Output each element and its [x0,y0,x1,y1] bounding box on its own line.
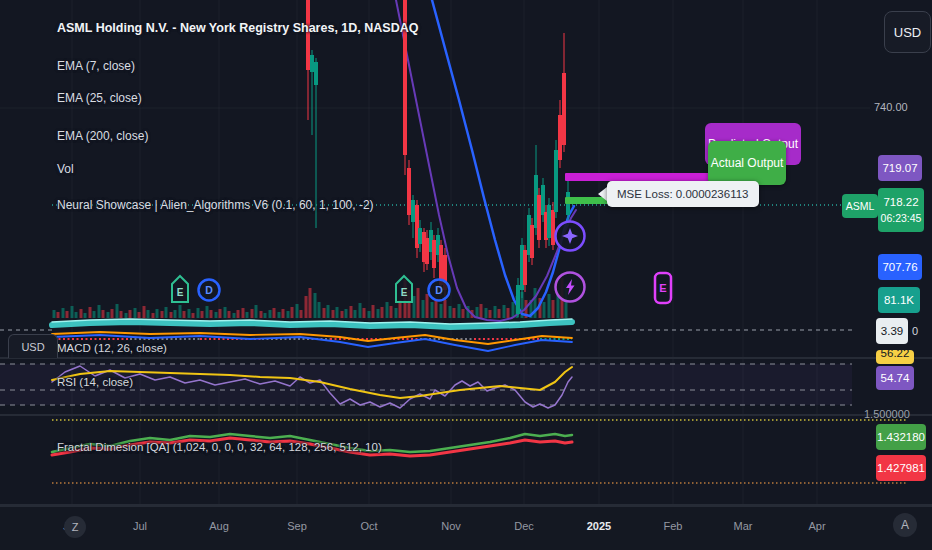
volume-bar [494,306,497,318]
fractal-pane-label[interactable]: Fractal Dimesion [QA] (1,024, 0, 0, 0, 3… [57,441,382,453]
volume-bar [300,310,303,318]
volume-bar [255,305,258,318]
volume-bar [390,306,393,318]
volume-bar [489,310,492,318]
volume-bar [215,312,218,318]
volume-bar [192,313,195,318]
volume-bar [273,308,276,318]
left-scale-currency-tab[interactable]: USD [8,334,58,358]
legend-ema200[interactable]: EMA (200, close) [57,129,148,143]
volume-bar [219,309,222,318]
time-axis[interactable]: JunJulAugSepOctNovDec2025FebMarApr Z A [0,506,932,550]
predicted-output-band [565,173,713,181]
mse-loss-tooltip: MSE Loss: 0.0000236113 [607,181,759,207]
volume-bar [71,306,74,318]
candle-body [407,168,411,215]
macd-pane-label[interactable]: MACD (12, 26, close) [57,342,167,354]
volume-bar [363,308,366,318]
time-axis-label: Dec [502,520,546,532]
pane-separator[interactable] [0,414,932,416]
volume-bar [147,310,150,318]
volume-bar [174,310,177,318]
time-axis-label: 2025 [577,520,621,532]
volume-bar [503,305,506,318]
legend-vol[interactable]: Vol [57,162,74,176]
chart-canvas[interactable]: EDEDE [0,0,932,550]
volume-bar [93,311,96,318]
volume-bar [395,308,398,318]
rsi-ma-value: 56.22 [881,350,910,359]
ema-25-line [396,0,576,321]
volume-bar [548,294,551,318]
timezone-button[interactable]: Z [64,516,86,538]
volume-bar [341,311,344,318]
time-axis-label: Nov [429,520,473,532]
rsi-pane-label[interactable]: RSI (14, close) [57,376,133,388]
volume-bar [462,309,465,318]
volume-bar [107,312,110,318]
volume-bar [336,307,339,318]
volume-bar [224,307,227,318]
dividend-marker-letter: D [205,284,213,296]
volume-bar [237,310,240,318]
volume-bar [111,309,114,318]
ema-200-line [432,0,574,316]
ema-price-badge: 707.76 [878,254,922,280]
volume-bar [480,304,483,318]
macd-value-badge: 3.39 [876,318,908,344]
volume-bar [89,307,92,318]
volume-bar [440,304,443,318]
volume-bar [507,308,510,318]
volume-bar [444,300,447,318]
currency-button[interactable]: USD [884,11,931,53]
candle-body [432,240,436,268]
volume-bar [458,304,461,318]
volume-bar [152,313,155,318]
candle-body [411,200,415,222]
volume-bar [318,302,321,318]
volume-bar [156,309,159,318]
candle-body [562,73,566,145]
legend-neural-showcase[interactable]: Neural Showcase | Alien_Algorithms V6 (0… [57,198,374,212]
candle-body [547,205,551,238]
symbol-title[interactable]: ASML Holding N.V. - New York Registry Sh… [57,21,418,35]
volume-bar [485,308,488,318]
volume-bar [206,306,209,318]
volume-bar [120,311,123,318]
volume-series [53,278,568,318]
volume-bar [210,310,213,318]
volume-bar [431,302,434,318]
volume-bar [386,302,389,318]
volume-bar [170,312,173,318]
time-axis-label: Mar [721,520,765,532]
volume-bar [161,311,164,318]
volume-bar [543,302,546,318]
symbol-tag-badge: ASML [842,194,878,218]
volume-bar [377,309,380,318]
pane-separator[interactable] [0,357,932,359]
legend-ema7[interactable]: EMA (7, close) [57,59,135,73]
volume-bar [426,294,429,318]
last-price-value: 718.22 [883,195,918,211]
time-axis-label: Aug [197,520,241,532]
volume-bar [75,312,78,318]
volume-bar [309,288,312,318]
volume-bar [80,309,83,318]
countdown-timer: 06:23:45 [881,211,922,225]
candle-body [551,210,555,245]
volume-bar [449,306,452,318]
volume-bar [453,308,456,318]
predicted-price-badge: 719.07 [878,155,922,181]
legend-ema25[interactable]: EMA (25, close) [57,91,142,105]
volume-bar [296,304,299,318]
volume-bar [422,300,425,318]
fractal-red-badge: 1.427981 [876,455,926,481]
volume-bar [125,313,128,318]
fractal-level-axis-label: 1.500000 [864,408,910,420]
candle-body [310,55,314,72]
auto-scale-button[interactable]: A [893,513,917,537]
volume-bar [62,308,65,318]
actual-output-box: Actual Output [708,141,786,185]
volume-bar [359,303,362,318]
volume-bar [102,310,105,318]
